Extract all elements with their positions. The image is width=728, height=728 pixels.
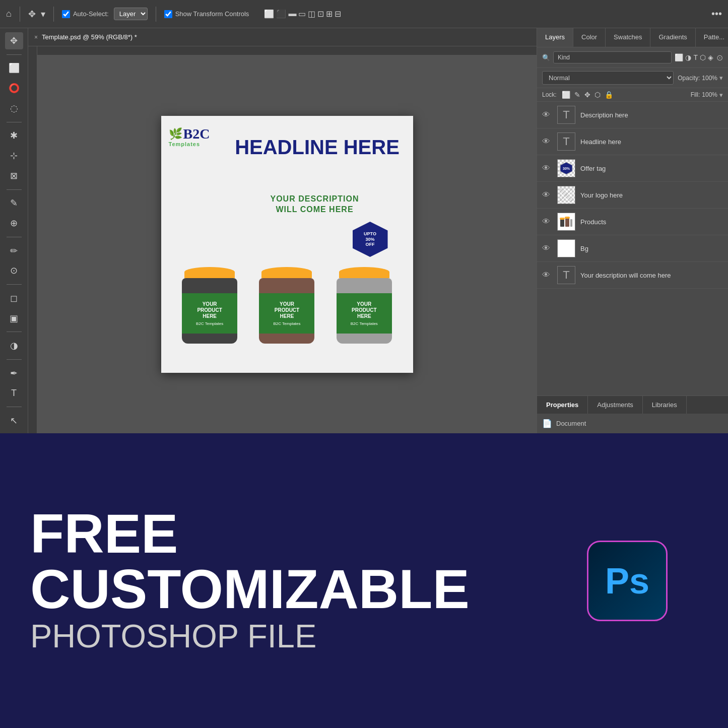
psd-jar-3-lid (339, 267, 389, 278)
show-transform-area: Show Transform Controls (164, 10, 249, 18)
layer-visibility-offer[interactable]: 👁 (542, 164, 552, 173)
tab-swatches[interactable]: Swatches (606, 28, 650, 47)
tool-separator-1 (7, 54, 22, 55)
pen-tool[interactable]: ✒ (5, 365, 23, 382)
psd-logo-text: B2C (183, 126, 210, 142)
psd-jar-1: YOURPRODUCTHERE B2C Templates (174, 267, 245, 358)
dodge-tool[interactable]: ◑ (5, 337, 23, 354)
lock-artboard-icon[interactable]: ⬡ (594, 91, 601, 99)
tab-close-button[interactable]: × (34, 34, 38, 41)
canvas-workspace[interactable]: 🌿 B2C Templates HEADLINE HERE YOUR DESCR… (37, 55, 537, 433)
tab-adjustments[interactable]: Adjustments (588, 396, 643, 414)
marquee-ellipse-tool[interactable]: ⭕ (5, 80, 23, 97)
tab-color[interactable]: Color (573, 28, 606, 47)
blend-mode-select[interactable]: Normal (542, 71, 674, 85)
products-thumb-svg (559, 215, 573, 229)
align-bottom-icon[interactable]: ⊡ (317, 9, 324, 19)
psd-design-canvas: 🌿 B2C Templates HEADLINE HERE YOUR DESCR… (161, 116, 413, 373)
filter-toggle-icon[interactable]: ⊙ (716, 53, 723, 62)
layer-select[interactable]: Layer (114, 8, 148, 20)
layer-item-description-here[interactable]: 👁 T Description here (537, 102, 728, 128)
align-center-v-icon[interactable]: ⬛ (276, 9, 286, 19)
layer-thumb-logo (557, 186, 575, 204)
layer-visibility-description[interactable]: 👁 (542, 110, 552, 119)
layers-kind-filter[interactable] (553, 51, 672, 63)
layer-visibility-products[interactable]: 👁 (542, 217, 552, 226)
eraser-tool[interactable]: ◻ (5, 290, 23, 307)
align-left-icon[interactable]: ⬜ (264, 9, 274, 19)
tab-title: Template.psd @ 59% (RGB/8*) * (42, 33, 137, 41)
right-panel: Layers Color Swatches Gradients Patte...… (537, 28, 728, 433)
layer-item-offer-tag[interactable]: 👁 30% Offer tag (537, 155, 728, 182)
logo-thumb-svg (559, 188, 573, 202)
stamp-tool[interactable]: ⊙ (5, 262, 23, 279)
move-tool-icon[interactable]: ✥ (28, 9, 36, 20)
layers-list[interactable]: 👁 T Description here 👁 T Headline here 👁 (537, 102, 728, 395)
crop-tool[interactable]: ⊹ (5, 147, 23, 164)
layer-item-products[interactable]: 👁 Products (537, 209, 728, 235)
eyedropper-tool[interactable]: ✎ (5, 195, 23, 212)
align-right-icon[interactable]: ▬ (288, 9, 296, 19)
tab-layers[interactable]: Layers (537, 28, 573, 47)
svg-rect-7 (570, 219, 572, 227)
canvas-main: 🌿 B2C Templates HEADLINE HERE YOUR DESCR… (37, 46, 537, 433)
layer-item-logo[interactable]: 👁 Your logo here (537, 182, 728, 209)
selection-tool[interactable]: ↖ (5, 412, 23, 429)
opacity-chevron-icon[interactable]: ▾ (719, 74, 723, 82)
fill-chevron-icon[interactable]: ▾ (719, 91, 723, 99)
toolbar-separator-1 (20, 7, 20, 22)
banner-customizable-text: CUSTOMIZABLE (30, 561, 587, 617)
marquee-rect-tool[interactable]: ⬜ (5, 60, 23, 77)
psd-logo: 🌿 B2C Templates (169, 126, 210, 147)
more-options-icon[interactable]: ••• (711, 8, 722, 20)
tab-gradients[interactable]: Gradients (650, 28, 695, 47)
auto-select-checkbox[interactable] (62, 10, 70, 18)
layer-item-headline-here[interactable]: 👁 T Headline here (537, 128, 728, 155)
align-center-h-icon[interactable]: ◫ (308, 9, 315, 19)
canvas-area: × Template.psd @ 59% (RGB/8*) * 🌿 B2C (28, 28, 537, 433)
filter-shape-icon[interactable]: ⬡ (700, 53, 706, 61)
layer-visibility-headline[interactable]: 👁 (542, 137, 552, 146)
lock-position-icon[interactable]: ✥ (584, 91, 590, 99)
filter-type-icon[interactable]: T (693, 53, 698, 61)
tab-libraries[interactable]: Libraries (643, 396, 687, 414)
frame-tool[interactable]: ⊠ (5, 167, 23, 184)
distribute-v-icon[interactable]: ⊟ (335, 9, 341, 19)
filter-smart-icon[interactable]: ◈ (708, 53, 713, 61)
quick-select-tool[interactable]: ✱ (5, 127, 23, 145)
layer-visibility-logo[interactable]: 👁 (542, 190, 552, 200)
psd-jar-2-lid (261, 267, 312, 278)
gradient-tool[interactable]: ▣ (5, 310, 23, 327)
filter-adjustment-icon[interactable]: ◑ (685, 53, 691, 61)
layer-item-bg[interactable]: 👁 Bg (537, 235, 728, 262)
ps-logo-text: Ps (605, 560, 649, 602)
home-icon[interactable]: ⌂ (6, 9, 12, 19)
opacity-row: Opacity: 100% ▾ (678, 74, 723, 82)
auto-select-area: Auto-Select: (62, 10, 109, 18)
layer-visibility-bg[interactable]: 👁 (542, 244, 552, 253)
spot-heal-tool[interactable]: ⊕ (5, 215, 23, 232)
layer-name-desc-will-come: Your description will come here (580, 272, 671, 279)
lock-image-icon[interactable]: ✎ (574, 91, 580, 99)
brush-tool[interactable]: ✏ (5, 242, 23, 259)
layer-thumb-bg (557, 239, 575, 257)
layers-toolbar: 🔍 ⬜ ◑ T ⬡ ◈ ⊙ (537, 47, 728, 68)
lock-transparent-icon[interactable]: ⬜ (562, 91, 570, 99)
lock-label: Lock: (542, 91, 557, 98)
psd-logo-b2c: 🌿 B2C (169, 126, 210, 142)
align-top-icon[interactable]: ▭ (298, 9, 306, 19)
distribute-h-icon[interactable]: ⊞ (326, 9, 333, 19)
type-tool[interactable]: T (5, 385, 23, 402)
move-tool[interactable]: ✥ (5, 32, 23, 49)
filter-pixel-icon[interactable]: ⬜ (675, 53, 683, 61)
psd-logo-sub: Templates (169, 141, 201, 147)
lock-all-icon[interactable]: 🔒 (605, 91, 613, 99)
show-transform-checkbox[interactable] (164, 10, 172, 18)
tab-patterns[interactable]: Patte... (696, 28, 728, 47)
layer-visibility-desc-will-come[interactable]: 👁 (542, 271, 552, 280)
tab-properties[interactable]: Properties (537, 396, 588, 414)
layer-item-description-will-come[interactable]: 👁 T Your description will come here (537, 262, 728, 289)
lasso-tool[interactable]: ◌ (5, 100, 23, 117)
move-tool-arrow[interactable]: ▾ (41, 9, 45, 20)
main-area: ✥ ⬜ ⭕ ◌ ✱ ⊹ ⊠ ✎ ⊕ ✏ ⊙ ◻ ▣ ◑ ✒ T ↖ × Temp… (0, 28, 728, 433)
